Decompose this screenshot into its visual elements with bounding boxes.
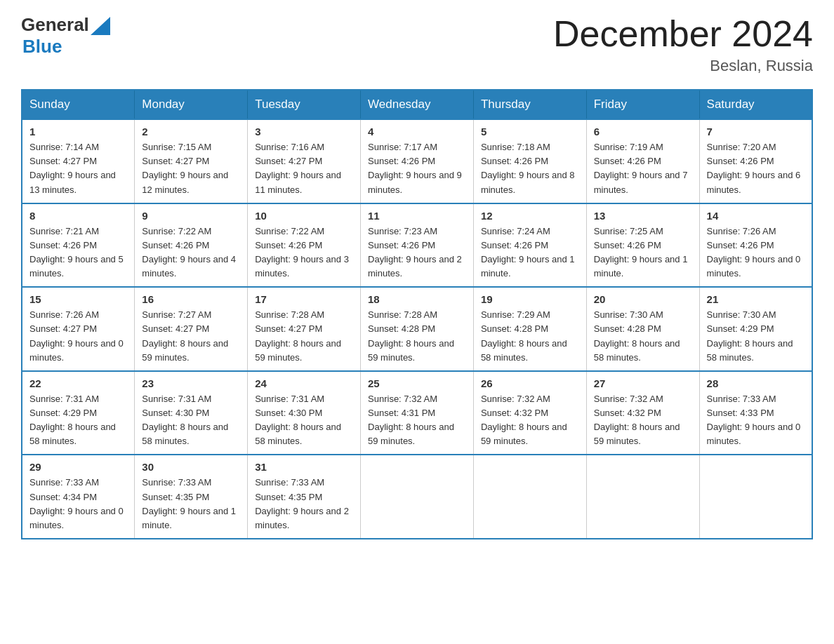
day-info: Sunrise: 7:28 AM Sunset: 4:27 PM Dayligh… (255, 309, 341, 362)
calendar-cell (699, 455, 812, 539)
calendar-cell: 16 Sunrise: 7:27 AM Sunset: 4:27 PM Dayl… (135, 287, 248, 371)
day-info: Sunrise: 7:33 AM Sunset: 4:35 PM Dayligh… (255, 477, 349, 530)
day-number: 3 (255, 126, 353, 137)
logo-triangle-icon (91, 17, 110, 35)
day-number: 10 (255, 210, 353, 222)
day-info: Sunrise: 7:14 AM Sunset: 4:27 PM Dayligh… (29, 142, 116, 194)
day-info: Sunrise: 7:32 AM Sunset: 4:31 PM Dayligh… (368, 394, 454, 446)
calendar-cell: 13 Sunrise: 7:25 AM Sunset: 4:26 PM Dayl… (586, 203, 699, 288)
calendar-cell: 1 Sunrise: 7:14 AM Sunset: 4:27 PM Dayli… (22, 119, 135, 203)
day-info: Sunrise: 7:27 AM Sunset: 4:27 PM Dayligh… (142, 309, 228, 362)
calendar-cell: 4 Sunrise: 7:17 AM Sunset: 4:26 PM Dayli… (361, 119, 474, 203)
page-header: General Blue December 2024 Beslan, Russi… (21, 14, 813, 75)
day-info: Sunrise: 7:33 AM Sunset: 4:33 PM Dayligh… (707, 394, 801, 446)
day-info: Sunrise: 7:18 AM Sunset: 4:26 PM Dayligh… (481, 142, 575, 194)
calendar-cell: 25 Sunrise: 7:32 AM Sunset: 4:31 PM Dayl… (361, 371, 474, 455)
col-header-friday: Friday (586, 90, 699, 119)
day-number: 25 (368, 377, 466, 389)
calendar-cell: 12 Sunrise: 7:24 AM Sunset: 4:26 PM Dayl… (473, 203, 586, 288)
day-info: Sunrise: 7:33 AM Sunset: 4:35 PM Dayligh… (142, 477, 236, 530)
calendar-cell (586, 455, 699, 539)
col-header-saturday: Saturday (699, 90, 812, 119)
day-number: 8 (29, 210, 127, 222)
calendar-header-row: SundayMondayTuesdayWednesdayThursdayFrid… (22, 90, 812, 119)
day-number: 20 (594, 293, 692, 305)
day-number: 23 (142, 377, 240, 389)
day-info: Sunrise: 7:31 AM Sunset: 4:30 PM Dayligh… (142, 394, 228, 446)
day-number: 18 (368, 293, 466, 305)
day-info: Sunrise: 7:21 AM Sunset: 4:26 PM Dayligh… (29, 226, 124, 279)
calendar-cell: 14 Sunrise: 7:26 AM Sunset: 4:26 PM Dayl… (699, 203, 812, 288)
day-number: 6 (594, 126, 692, 137)
day-info: Sunrise: 7:25 AM Sunset: 4:26 PM Dayligh… (594, 226, 688, 279)
day-number: 7 (707, 126, 805, 137)
calendar-subtitle: Beslan, Russia (553, 57, 813, 75)
day-info: Sunrise: 7:31 AM Sunset: 4:30 PM Dayligh… (255, 394, 341, 446)
calendar-cell: 15 Sunrise: 7:26 AM Sunset: 4:27 PM Dayl… (22, 287, 135, 371)
calendar-week-row: 1 Sunrise: 7:14 AM Sunset: 4:27 PM Dayli… (22, 119, 812, 203)
day-number: 21 (707, 293, 805, 305)
day-info: Sunrise: 7:31 AM Sunset: 4:29 PM Dayligh… (29, 394, 116, 446)
day-info: Sunrise: 7:32 AM Sunset: 4:32 PM Dayligh… (481, 394, 567, 446)
day-number: 13 (594, 210, 692, 222)
day-info: Sunrise: 7:19 AM Sunset: 4:26 PM Dayligh… (594, 142, 688, 194)
day-info: Sunrise: 7:28 AM Sunset: 4:28 PM Dayligh… (368, 309, 454, 362)
calendar-cell: 22 Sunrise: 7:31 AM Sunset: 4:29 PM Dayl… (22, 371, 135, 455)
day-number: 28 (707, 377, 805, 389)
col-header-sunday: Sunday (22, 90, 135, 119)
col-header-monday: Monday (135, 90, 248, 119)
day-number: 14 (707, 210, 805, 222)
col-header-tuesday: Tuesday (248, 90, 361, 119)
calendar-week-row: 29 Sunrise: 7:33 AM Sunset: 4:34 PM Dayl… (22, 455, 812, 539)
day-info: Sunrise: 7:26 AM Sunset: 4:27 PM Dayligh… (29, 309, 124, 362)
calendar-table: SundayMondayTuesdayWednesdayThursdayFrid… (21, 89, 813, 539)
calendar-cell: 27 Sunrise: 7:32 AM Sunset: 4:32 PM Dayl… (586, 371, 699, 455)
day-info: Sunrise: 7:23 AM Sunset: 4:26 PM Dayligh… (368, 226, 462, 279)
svg-marker-0 (91, 17, 110, 35)
calendar-cell: 9 Sunrise: 7:22 AM Sunset: 4:26 PM Dayli… (135, 203, 248, 288)
calendar-cell: 20 Sunrise: 7:30 AM Sunset: 4:28 PM Dayl… (586, 287, 699, 371)
day-info: Sunrise: 7:30 AM Sunset: 4:28 PM Dayligh… (594, 309, 680, 362)
day-number: 5 (481, 126, 579, 137)
day-number: 27 (594, 377, 692, 389)
day-info: Sunrise: 7:33 AM Sunset: 4:34 PM Dayligh… (29, 477, 124, 530)
day-info: Sunrise: 7:32 AM Sunset: 4:32 PM Dayligh… (594, 394, 680, 446)
calendar-cell: 19 Sunrise: 7:29 AM Sunset: 4:28 PM Dayl… (473, 287, 586, 371)
day-number: 24 (255, 377, 353, 389)
calendar-week-row: 15 Sunrise: 7:26 AM Sunset: 4:27 PM Dayl… (22, 287, 812, 371)
calendar-title: December 2024 (553, 14, 813, 54)
calendar-cell: 6 Sunrise: 7:19 AM Sunset: 4:26 PM Dayli… (586, 119, 699, 203)
col-header-thursday: Thursday (473, 90, 586, 119)
calendar-cell: 7 Sunrise: 7:20 AM Sunset: 4:26 PM Dayli… (699, 119, 812, 203)
day-info: Sunrise: 7:24 AM Sunset: 4:26 PM Dayligh… (481, 226, 575, 279)
calendar-cell: 5 Sunrise: 7:18 AM Sunset: 4:26 PM Dayli… (473, 119, 586, 203)
calendar-cell: 26 Sunrise: 7:32 AM Sunset: 4:32 PM Dayl… (473, 371, 586, 455)
calendar-cell: 3 Sunrise: 7:16 AM Sunset: 4:27 PM Dayli… (248, 119, 361, 203)
calendar-cell: 21 Sunrise: 7:30 AM Sunset: 4:29 PM Dayl… (699, 287, 812, 371)
day-number: 4 (368, 126, 466, 137)
day-number: 30 (142, 461, 240, 473)
calendar-cell: 23 Sunrise: 7:31 AM Sunset: 4:30 PM Dayl… (135, 371, 248, 455)
calendar-cell: 8 Sunrise: 7:21 AM Sunset: 4:26 PM Dayli… (22, 203, 135, 288)
calendar-cell: 28 Sunrise: 7:33 AM Sunset: 4:33 PM Dayl… (699, 371, 812, 455)
calendar-cell: 2 Sunrise: 7:15 AM Sunset: 4:27 PM Dayli… (135, 119, 248, 203)
day-number: 16 (142, 293, 240, 305)
day-info: Sunrise: 7:20 AM Sunset: 4:26 PM Dayligh… (707, 142, 801, 194)
day-number: 29 (29, 461, 127, 473)
day-number: 19 (481, 293, 579, 305)
calendar-cell (361, 455, 474, 539)
day-info: Sunrise: 7:22 AM Sunset: 4:26 PM Dayligh… (142, 226, 236, 279)
col-header-wednesday: Wednesday (361, 90, 474, 119)
calendar-cell: 30 Sunrise: 7:33 AM Sunset: 4:35 PM Dayl… (135, 455, 248, 539)
day-number: 11 (368, 210, 466, 222)
day-info: Sunrise: 7:16 AM Sunset: 4:27 PM Dayligh… (255, 142, 341, 194)
day-number: 9 (142, 210, 240, 222)
calendar-week-row: 22 Sunrise: 7:31 AM Sunset: 4:29 PM Dayl… (22, 371, 812, 455)
day-number: 31 (255, 461, 353, 473)
day-number: 1 (29, 126, 127, 137)
day-number: 17 (255, 293, 353, 305)
day-number: 26 (481, 377, 579, 389)
calendar-cell: 10 Sunrise: 7:22 AM Sunset: 4:26 PM Dayl… (248, 203, 361, 288)
calendar-cell: 17 Sunrise: 7:28 AM Sunset: 4:27 PM Dayl… (248, 287, 361, 371)
day-number: 2 (142, 126, 240, 137)
